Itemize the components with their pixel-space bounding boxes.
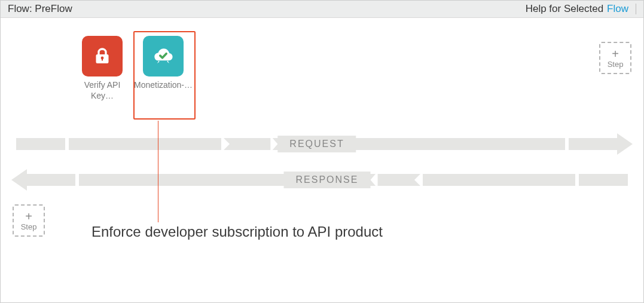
add-step-label: Step xyxy=(608,60,624,69)
lock-icon xyxy=(82,36,123,76)
cloud-check-icon xyxy=(143,36,184,76)
svg-rect-2 xyxy=(102,58,103,61)
header-right: Help for Selected Flow xyxy=(526,3,636,15)
response-bar: RESPONSE xyxy=(26,174,628,186)
arrow-right-icon xyxy=(617,133,633,155)
arrow-left-icon xyxy=(11,169,27,191)
help-link[interactable]: Flow xyxy=(607,3,628,15)
flow-title: Flow: PreFlow xyxy=(8,3,72,15)
add-step-response-button[interactable]: + Step xyxy=(13,204,45,237)
policy-label: Verify API Key… xyxy=(78,80,126,101)
header-divider xyxy=(636,4,636,14)
flow-editor: Flow: PreFlow Help for Selected Flow Ver… xyxy=(0,0,644,303)
add-step-label: Step xyxy=(21,222,37,231)
add-step-request-button[interactable]: + Step xyxy=(599,42,631,74)
flow-canvas: Verify API Key… Monetization-… xyxy=(1,18,643,303)
request-bar: REQUEST xyxy=(16,138,618,150)
plus-icon: + xyxy=(25,210,32,222)
policy-list: Verify API Key… Monetization-… xyxy=(78,36,187,101)
request-label: REQUEST xyxy=(277,136,356,152)
request-flow: REQUEST xyxy=(11,136,633,152)
plus-icon: + xyxy=(612,48,619,60)
annotation-text: Enforce developer subscription to API pr… xyxy=(91,222,383,241)
help-label: Help for Selected xyxy=(526,3,603,15)
policy-label: Monetization-… xyxy=(134,80,193,91)
header-bar: Flow: PreFlow Help for Selected Flow xyxy=(1,1,643,18)
policy-monetization[interactable]: Monetization-… xyxy=(139,36,187,101)
response-flow: RESPONSE xyxy=(11,172,633,188)
policy-verify-api-key[interactable]: Verify API Key… xyxy=(78,36,126,101)
response-label: RESPONSE xyxy=(284,172,371,188)
annotation-connector xyxy=(158,121,158,222)
